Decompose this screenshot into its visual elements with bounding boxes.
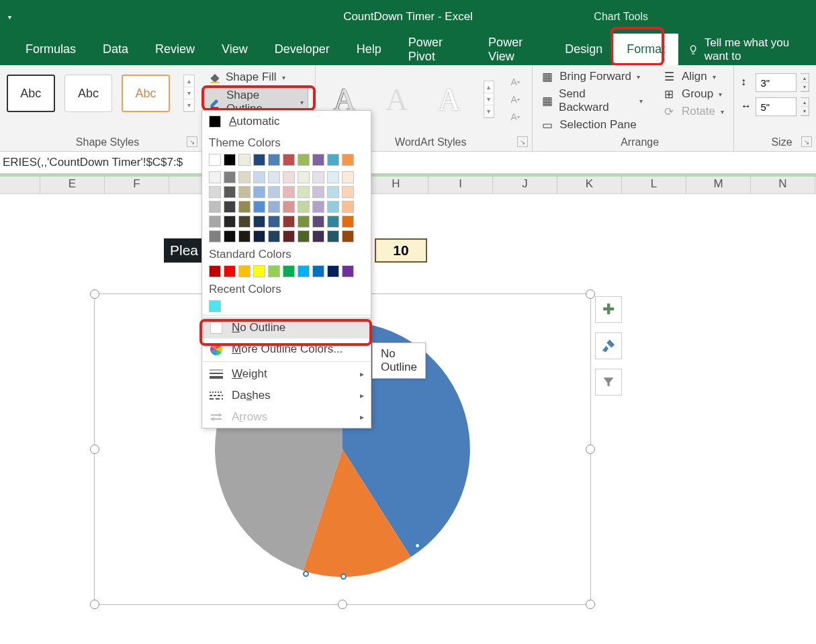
resize-handle[interactable] [90, 600, 99, 609]
color-swatch[interactable] [268, 186, 280, 198]
more-outline-colors-item[interactable]: More Outline Colors... [202, 338, 371, 360]
color-swatch[interactable] [342, 265, 354, 277]
color-swatch[interactable] [298, 154, 310, 166]
color-swatch[interactable] [327, 230, 339, 242]
tab-data[interactable]: Data [89, 34, 142, 65]
chart-styles-button[interactable] [595, 332, 622, 359]
color-swatch[interactable] [238, 201, 251, 213]
color-swatch[interactable] [224, 171, 236, 183]
color-swatch[interactable] [268, 154, 280, 166]
color-swatch[interactable] [268, 171, 280, 183]
col-header[interactable]: K [557, 174, 622, 193]
height-field[interactable]: ↕ 3" ▴▾ [741, 73, 809, 92]
tab-help[interactable]: Help [343, 34, 395, 65]
chart-elements-button[interactable]: ✚ [595, 296, 622, 323]
chart-filters-button[interactable] [595, 369, 622, 396]
color-swatch[interactable] [238, 265, 251, 277]
group-button[interactable]: ⊞Group▾ [662, 87, 727, 101]
color-swatch[interactable] [327, 265, 339, 277]
color-swatch[interactable] [209, 216, 221, 228]
color-swatch[interactable] [253, 265, 265, 277]
color-swatch[interactable] [312, 154, 324, 166]
shape-style-1[interactable]: Abc [7, 75, 55, 112]
dialog-launcher-size[interactable]: ↘ [801, 136, 812, 147]
color-swatch[interactable] [312, 230, 324, 242]
align-button[interactable]: ☰Align▾ [662, 69, 727, 84]
color-swatch[interactable] [209, 300, 221, 312]
color-swatch[interactable] [283, 201, 295, 213]
color-swatch[interactable] [298, 186, 310, 198]
col-header[interactable]: I [428, 174, 493, 193]
color-swatch[interactable] [283, 216, 295, 228]
color-swatch[interactable] [298, 171, 310, 183]
text-fill-button[interactable]: A▾ [505, 75, 525, 89]
tab-design[interactable]: Design [554, 34, 613, 65]
color-swatch[interactable] [298, 230, 310, 242]
dialog-launcher-shape-styles[interactable]: ↘ [187, 136, 197, 147]
color-swatch[interactable] [224, 154, 236, 166]
series-select-dot[interactable] [303, 571, 309, 577]
color-swatch[interactable] [238, 230, 251, 242]
width-field[interactable]: ↔ 5" ▴▾ [741, 97, 809, 116]
tab-power-view[interactable]: Power View [475, 34, 554, 65]
height-spinner[interactable]: ▴▾ [801, 73, 809, 92]
color-swatch[interactable] [327, 186, 339, 198]
color-swatch[interactable] [253, 216, 265, 228]
color-swatch[interactable] [209, 186, 221, 198]
color-swatch[interactable] [342, 171, 354, 183]
wordart-style-3[interactable]: A [427, 79, 471, 120]
worksheet-area[interactable]: Plea 10 ✚ [0, 194, 816, 644]
color-swatch[interactable] [342, 154, 354, 166]
color-swatch[interactable] [209, 265, 221, 277]
color-swatch[interactable] [312, 216, 324, 228]
color-swatch[interactable] [312, 265, 324, 277]
dialog-launcher-wordart[interactable]: ↘ [517, 136, 528, 147]
series-select-dot[interactable] [341, 573, 347, 580]
color-swatch[interactable] [253, 186, 265, 198]
color-swatch[interactable] [268, 265, 280, 277]
shape-style-2[interactable]: Abc [64, 75, 113, 112]
color-swatch[interactable] [253, 230, 265, 242]
formula-bar[interactable]: ERIES(,,'CountDown Timer'!$C$7:$ [0, 152, 816, 174]
color-swatch[interactable] [224, 216, 236, 228]
color-swatch[interactable] [312, 201, 324, 213]
resize-handle[interactable] [586, 445, 595, 454]
shape-style-3[interactable]: Abc [122, 75, 170, 112]
tab-review[interactable]: Review [142, 34, 208, 65]
resize-handle[interactable] [90, 289, 99, 299]
tab-format[interactable]: Format [613, 34, 678, 65]
resize-handle[interactable] [338, 600, 347, 609]
col-header[interactable]: N [751, 174, 815, 193]
no-outline-item[interactable]: No Outline [202, 317, 371, 338]
text-effects-button[interactable]: A▾ [505, 109, 525, 124]
qat-dropdown-icon[interactable]: ▾ [8, 13, 11, 21]
col-header[interactable]: H [364, 174, 428, 193]
col-header[interactable]: J [493, 174, 557, 193]
dashes-item[interactable]: Dashes▸ [202, 385, 371, 406]
color-swatch[interactable] [209, 154, 221, 166]
color-swatch[interactable] [342, 186, 354, 198]
color-swatch[interactable] [327, 171, 339, 183]
color-swatch[interactable] [327, 154, 339, 166]
bring-forward-button[interactable]: ▦Bring Forward▾ [539, 69, 645, 84]
color-swatch[interactable] [283, 265, 295, 277]
color-swatch[interactable] [298, 201, 310, 213]
color-swatch[interactable] [209, 201, 221, 213]
automatic-color-item[interactable]: AAutomaticutomatic [202, 111, 371, 132]
width-input[interactable]: 5" [756, 97, 796, 116]
resize-handle[interactable] [586, 600, 595, 609]
color-swatch[interactable] [224, 230, 236, 242]
color-swatch[interactable] [283, 186, 295, 198]
col-header[interactable]: M [686, 174, 751, 193]
tab-developer[interactable]: Developer [261, 34, 343, 65]
col-header-blank[interactable] [0, 174, 40, 193]
color-swatch[interactable] [224, 186, 236, 198]
selection-pane-button[interactable]: ▭Selection Pane [539, 118, 645, 132]
color-swatch[interactable] [253, 154, 265, 166]
color-swatch[interactable] [209, 230, 221, 242]
col-header[interactable]: E [40, 174, 105, 193]
tab-view[interactable]: View [208, 34, 261, 65]
shape-fill-button[interactable]: Shape Fill▾ [204, 69, 308, 85]
tab-formulas[interactable]: Formulas [12, 34, 89, 65]
resize-handle[interactable] [586, 289, 595, 299]
